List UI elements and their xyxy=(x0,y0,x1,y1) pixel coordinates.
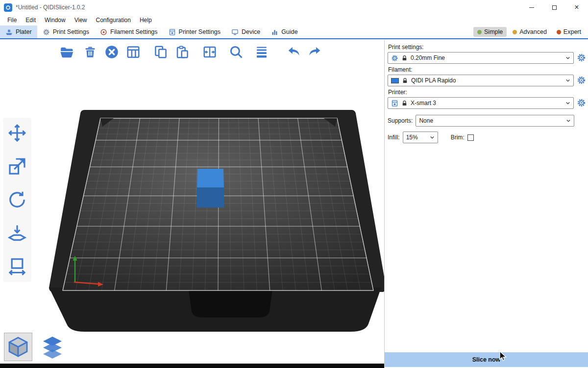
mode-label: Simple xyxy=(484,28,503,35)
mode-simple[interactable]: Simple xyxy=(473,27,507,37)
menu-help[interactable]: Help xyxy=(135,15,156,25)
slice-now-button[interactable]: Slice now xyxy=(385,352,588,367)
layers-view-button[interactable] xyxy=(38,333,67,361)
tab-label: Device xyxy=(242,28,260,35)
printer-value: X-smart 3 xyxy=(411,100,562,106)
filament-label: Filament: xyxy=(388,66,586,73)
app-logo-icon xyxy=(4,3,12,12)
copy-icon xyxy=(153,45,168,59)
mirror-icon xyxy=(7,257,27,276)
plater-icon xyxy=(5,28,13,36)
printer-icon xyxy=(169,28,176,36)
close-button[interactable]: × xyxy=(565,0,588,15)
menu-configuration[interactable]: Configuration xyxy=(92,15,135,25)
minimize-icon xyxy=(529,7,534,8)
menubar: File Edit Window View Configuration Help xyxy=(0,15,588,26)
filament-color-swatch xyxy=(391,78,399,83)
filament-gear-button[interactable] xyxy=(576,76,586,85)
layers-editing-icon xyxy=(254,45,269,59)
supports-select[interactable]: None xyxy=(416,115,574,127)
layers-view-icon xyxy=(41,335,64,359)
gear-icon xyxy=(577,53,586,62)
mode-label: Advanced xyxy=(519,28,547,35)
tab-print-settings[interactable]: Print Settings xyxy=(37,26,95,38)
maximize-button[interactable] xyxy=(543,0,565,15)
titlebar: *Untitled - QIDISlicer-1.0.2 × xyxy=(0,0,588,15)
tabbar: Plater Print Settings Filament Settings … xyxy=(0,26,588,39)
brim-checkbox[interactable] xyxy=(467,134,474,141)
mirror-button[interactable] xyxy=(5,255,29,278)
filament-spool-icon xyxy=(100,28,107,36)
simple-mode-dot-icon xyxy=(477,30,482,34)
menu-view[interactable]: View xyxy=(70,15,92,25)
mode-label: Expert xyxy=(564,28,581,35)
move-button[interactable] xyxy=(5,122,29,144)
undo-icon xyxy=(287,45,301,59)
arrange-button[interactable] xyxy=(124,43,142,61)
infill-select[interactable]: 15% xyxy=(403,131,438,143)
paste-icon xyxy=(175,45,190,59)
printer-label: Printer: xyxy=(388,89,586,96)
lock-icon xyxy=(402,78,408,84)
split-button[interactable] xyxy=(201,43,219,61)
tab-guide[interactable]: Guide xyxy=(266,26,303,38)
maximize-icon xyxy=(552,5,557,10)
place-on-face-button[interactable] xyxy=(5,222,29,244)
3d-view-button[interactable] xyxy=(4,333,32,361)
filament-select[interactable]: QIDI PLA Rapido xyxy=(388,75,574,86)
open-file-button[interactable] xyxy=(58,43,75,61)
model-object-cube[interactable] xyxy=(197,169,224,208)
settings-sidebar: Print settings: 0.20mm Fine Filament: QI… xyxy=(384,40,588,368)
rotate-button[interactable] xyxy=(5,188,29,211)
paste-button[interactable] xyxy=(173,43,191,61)
menu-window[interactable]: Window xyxy=(40,15,70,25)
print-settings-gear-button[interactable] xyxy=(576,53,586,63)
scale-icon xyxy=(7,157,27,176)
redo-button[interactable] xyxy=(306,43,323,61)
chevron-down-icon xyxy=(565,78,571,83)
copy-button[interactable] xyxy=(152,43,170,61)
scene-3d[interactable] xyxy=(0,40,384,368)
scale-button[interactable] xyxy=(5,155,29,178)
gizmo-toolbar xyxy=(3,118,31,282)
print-profile-value: 0.20mm Fine xyxy=(411,54,562,61)
infill-value: 15% xyxy=(406,134,426,141)
rotate-icon xyxy=(7,190,27,210)
expert-mode-dot-icon xyxy=(557,30,561,34)
tab-filament-settings[interactable]: Filament Settings xyxy=(95,26,163,38)
tab-label: Filament Settings xyxy=(110,28,158,35)
delete-all-button[interactable] xyxy=(103,43,121,61)
app-window: *Untitled - QIDISlicer-1.0.2 × File Edit… xyxy=(0,0,588,368)
mode-advanced[interactable]: Advanced xyxy=(509,27,551,37)
advanced-mode-dot-icon xyxy=(513,30,517,34)
tab-printer-settings[interactable]: Printer Settings xyxy=(163,26,226,38)
printer-select[interactable]: X-smart 3 xyxy=(388,97,574,109)
search-button[interactable] xyxy=(227,43,245,61)
tab-label: Print Settings xyxy=(53,28,89,35)
menu-edit[interactable]: Edit xyxy=(21,15,40,25)
minimize-button[interactable] xyxy=(520,0,543,15)
brim-label: Brim: xyxy=(451,134,465,141)
viewport-3d[interactable] xyxy=(0,40,384,368)
split-icon xyxy=(202,45,217,59)
chevron-down-icon xyxy=(429,134,435,140)
open-folder-icon xyxy=(59,45,74,59)
tab-plater[interactable]: Plater xyxy=(0,26,37,38)
print-bed xyxy=(49,114,382,332)
printer-gear-button[interactable] xyxy=(576,98,586,108)
print-profile-select[interactable]: 0.20mm Fine xyxy=(388,52,574,64)
delete-icon xyxy=(83,45,98,59)
delete-button[interactable] xyxy=(81,43,99,61)
layers-editing-button[interactable] xyxy=(253,43,270,61)
supports-value: None xyxy=(419,117,563,124)
move-icon xyxy=(7,123,27,143)
tab-label: Guide xyxy=(281,28,297,35)
tab-device[interactable]: Device xyxy=(226,26,266,38)
undo-button[interactable] xyxy=(285,43,303,61)
menu-file[interactable]: File xyxy=(3,15,21,25)
object-toolbar xyxy=(58,43,323,61)
mode-expert[interactable]: Expert xyxy=(553,27,585,37)
print-settings-label: Print settings: xyxy=(388,44,586,51)
chevron-down-icon xyxy=(565,118,571,124)
chevron-down-icon xyxy=(565,100,571,106)
